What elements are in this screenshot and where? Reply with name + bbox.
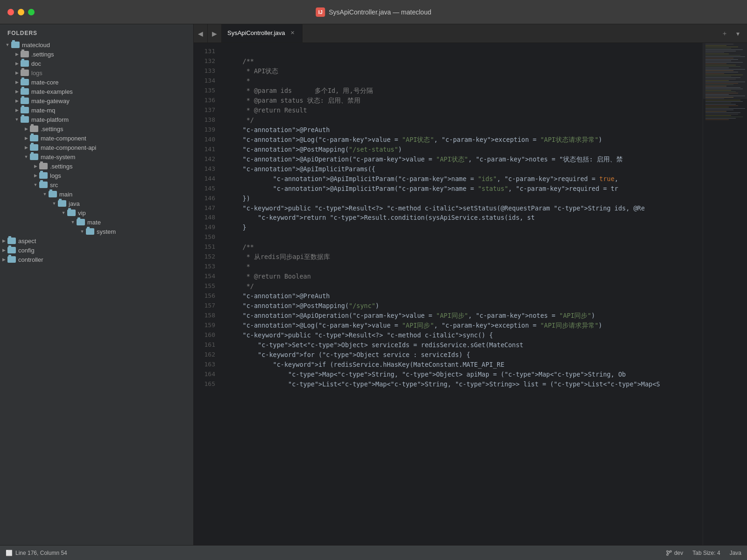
line-number: 136 [194, 96, 215, 105]
tree-arrow: ▶ [22, 134, 30, 142]
code-content[interactable]: /** * API状态 * * @param ids 多个Id, 用,号分隔 *… [220, 43, 703, 545]
folder-icon [58, 200, 66, 207]
tree-arrow: ▶ [0, 246, 7, 254]
code-line: "c-annotation">@Log("c-param-key">value … [227, 321, 703, 330]
line-number: 154 [194, 272, 215, 281]
tree-item-settings2[interactable]: ▶.settings [0, 124, 193, 133]
minimap [703, 43, 747, 545]
tree-item-label: main [59, 191, 72, 198]
tree-item-config[interactable]: ▶config [0, 245, 193, 255]
line-number: 153 [194, 262, 215, 272]
code-line: "c-annotation">@ApiImplicitParams({ [227, 164, 703, 174]
folder-icon [7, 256, 16, 263]
tree-item-system[interactable]: ▼system [0, 227, 193, 236]
tree-item-logs2[interactable]: ▶logs [0, 171, 193, 180]
tab-close-button[interactable]: ✕ [289, 29, 296, 37]
folder-icon [30, 126, 38, 132]
line-number: 142 [194, 154, 215, 164]
tree-item-logs1[interactable]: ▶logs [0, 68, 193, 77]
code-line: * API状态 [227, 66, 703, 76]
tree-item-aspect[interactable]: ▶aspect [0, 236, 193, 245]
folder-icon [30, 154, 38, 160]
tree-item-vip[interactable]: ▼vip [0, 208, 193, 217]
code-line: * [227, 262, 703, 272]
code-editor[interactable]: 1311321331341351361371381391401411421431… [194, 43, 747, 545]
tree-item-label: mate [87, 219, 101, 226]
traffic-lights [7, 9, 35, 15]
tab-menu-button[interactable]: ▾ [732, 28, 743, 39]
line-number: 165 [194, 379, 215, 389]
cursor-position: Line 176, Column 54 [15, 550, 67, 556]
folder-icon [21, 107, 29, 113]
tree-item-label: vip [78, 210, 86, 217]
tree-item-mate[interactable]: ▼mate [0, 217, 193, 227]
tree-item-label: controller [18, 256, 43, 263]
tree-item-label: logs [50, 172, 61, 179]
tree-item-settings3[interactable]: ▶.settings [0, 161, 193, 171]
line-number: 137 [194, 105, 215, 115]
svg-rect-48 [705, 110, 733, 110]
tree-item-label: .settings [31, 51, 54, 58]
tree-item-label: mate-platform [31, 116, 69, 123]
tree-item-matecloud[interactable]: ▼matecloud [0, 40, 193, 49]
tree-item-label: doc [31, 60, 41, 67]
tree-item-mate-system[interactable]: ▼mate-system [0, 152, 193, 161]
tree-arrow: ▼ [32, 181, 39, 189]
tree-item-mate-examples[interactable]: ▶mate-examples [0, 87, 193, 96]
svg-line-62 [668, 552, 670, 554]
tree-arrow: ▶ [13, 106, 21, 114]
app-icon: IJ [316, 7, 325, 17]
svg-rect-44 [705, 104, 736, 105]
svg-rect-41 [705, 100, 740, 100]
code-line: * @return Boolean [227, 272, 703, 281]
line-number: 151 [194, 242, 215, 252]
svg-point-59 [670, 550, 672, 552]
line-number: 158 [194, 311, 215, 321]
tree-item-src[interactable]: ▼src [0, 180, 193, 189]
line-number: 140 [194, 135, 215, 145]
add-tab-button[interactable]: ＋ [719, 28, 730, 39]
titlebar: IJ SysApiController.java — matecloud [0, 0, 747, 24]
nav-back-button[interactable]: ◀ [194, 24, 208, 42]
tab-sysapicontroller[interactable]: SysApiController.java ✕ [222, 24, 303, 42]
svg-rect-47 [705, 108, 745, 109]
tree-item-mate-mq[interactable]: ▶mate-mq [0, 105, 193, 115]
code-line: "c-annotation">@ApiOperation("c-param-ke… [227, 154, 703, 164]
tree-item-label: aspect [18, 238, 36, 245]
tree-item-label: config [18, 247, 35, 254]
tree-item-label: src [50, 182, 58, 189]
tree-arrow: ▶ [13, 60, 21, 67]
code-line: * @return Result [227, 105, 703, 115]
svg-rect-43 [705, 103, 731, 103]
tree-arrow: ▶ [32, 172, 39, 179]
language[interactable]: Java [730, 550, 741, 556]
tab-size[interactable]: Tab Size: 4 [692, 550, 720, 556]
folder-icon [7, 238, 16, 244]
tree-item-settings1[interactable]: ▶.settings [0, 49, 193, 59]
line-number: 155 [194, 281, 215, 291]
minimize-button[interactable] [18, 9, 24, 15]
code-line: "c-annotation">@PostMapping("/set-status… [227, 145, 703, 154]
nav-forward-button[interactable]: ▶ [208, 24, 222, 42]
tree-item-controller[interactable]: ▶controller [0, 255, 193, 264]
close-button[interactable] [7, 9, 14, 15]
code-line: * @param ids 多个Id, 用,号分隔 [227, 86, 703, 96]
tree-item-doc[interactable]: ▶doc [0, 59, 193, 68]
tree-arrow: ▼ [60, 209, 67, 217]
svg-rect-51 [705, 114, 738, 114]
tree-item-mate-core[interactable]: ▶mate-core [0, 77, 193, 87]
folder-icon [39, 172, 48, 179]
tree-item-main[interactable]: ▼main [0, 189, 193, 199]
tree-arrow: ▼ [69, 218, 77, 226]
git-branch[interactable]: dev [666, 550, 683, 556]
tree-item-mate-component-api[interactable]: ▶mate-component-api [0, 143, 193, 152]
tree-item-mate-platform[interactable]: ▼mate-platform [0, 115, 193, 124]
maximize-button[interactable] [28, 9, 35, 15]
tree-item-mate-gateway[interactable]: ▶mate-gateway [0, 96, 193, 105]
line-numbers: 1311321331341351361371381391401411421431… [194, 43, 220, 545]
tree-item-mate-component[interactable]: ▶mate-component [0, 133, 193, 143]
tree-item-label: .settings [41, 126, 63, 133]
tree-item-java[interactable]: ▼java [0, 199, 193, 208]
folder-icon [67, 210, 76, 216]
status-bar: ⬜ Line 176, Column 54 dev Tab Size: 4 Ja… [0, 545, 747, 560]
